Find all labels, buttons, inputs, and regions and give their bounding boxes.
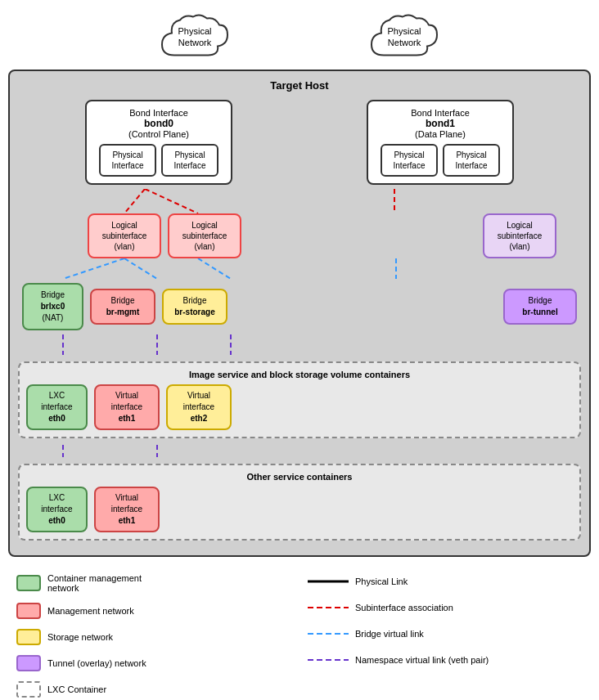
svg-line-3 xyxy=(63,258,124,279)
legend-tunnel-network: Tunnel (overlay) network xyxy=(16,655,291,671)
bonds-row: Bond Interface bond0 (Control Plane) Phy… xyxy=(18,100,581,185)
legend-color-purple xyxy=(16,655,41,671)
legend-label-subinterface: Subinterface association xyxy=(355,603,453,612)
legend-namespace-virtual: Namespace virtual link (veth pair) xyxy=(308,652,583,668)
iface-eth1-c1: Virtualinterfaceeth1 xyxy=(94,384,160,430)
logical-and-right-row: Logicalsubinterface(vlan) Logicalsubinte… xyxy=(18,213,581,258)
bridge-br-storage: Bridgebr-storage xyxy=(162,289,227,325)
bond0-phys2: PhysicalInterface xyxy=(161,144,218,177)
legend-physical-line xyxy=(308,573,349,590)
container2-interfaces: LXCinterfaceeth0 Virtualinterfaceeth1 xyxy=(26,487,573,532)
legend-label-storage: Storage network xyxy=(47,632,113,642)
legend-label-lxc: LXC Container xyxy=(47,684,106,694)
logical-vlan3: Logicalsubinterface(vlan) xyxy=(483,213,556,258)
bond1-subtitle: (Data Plane) xyxy=(376,129,504,139)
logical-right-group: Logicalsubinterface(vlan) xyxy=(483,213,556,258)
legend-color-red xyxy=(16,603,41,619)
svg-line-4 xyxy=(124,258,157,279)
bridge-br-mgmt: Bridgebr-mgmt xyxy=(90,289,155,325)
clouds-row: PhysicalNetwork PhysicalNetwork xyxy=(8,8,591,65)
container1-interfaces: LXCinterfaceeth0 Virtualinterfaceeth1 Vi… xyxy=(26,384,573,430)
bond1-phys2: PhysicalInterface xyxy=(443,144,500,177)
legend-color-green xyxy=(16,575,41,591)
legend-dashed-box xyxy=(16,681,41,698)
line-space-1 xyxy=(18,189,581,213)
bridge-to-container-lines xyxy=(18,334,581,355)
container2-label: Other service containers xyxy=(26,472,573,482)
bond-left: Bond Interface bond0 (Control Plane) Phy… xyxy=(85,100,232,185)
bond1-phys-row: PhysicalInterface PhysicalInterface xyxy=(376,144,504,177)
cloud-left: PhysicalNetwork xyxy=(154,8,236,65)
logical-vlan1: Logicalsubinterface(vlan) xyxy=(88,213,161,258)
legend-container-mgmt: Container managementnetwork xyxy=(16,573,291,593)
legend-bridge-virtual: Bridge virtual link xyxy=(308,626,583,642)
logical-left-group: Logicalsubinterface(vlan) Logicalsubinte… xyxy=(88,213,241,258)
legend-right: Physical Link Subinterface association B… xyxy=(308,573,583,698)
legend-label-mgmt: Management network xyxy=(47,606,134,616)
bond-right: Bond Interface bond1 (Data Plane) Physic… xyxy=(367,100,514,185)
iface-eth0-c2: LXCinterfaceeth0 xyxy=(26,487,88,532)
legend-label-bridge-virt: Bridge virtual link xyxy=(355,629,424,639)
line-space-2 xyxy=(18,258,581,279)
bond-to-logical-lines xyxy=(18,189,581,213)
bridges-row: Bridgebrlxc0(NAT) Bridgebr-mgmt Bridgebr… xyxy=(18,283,581,330)
legend-lxc-container: LXC Container xyxy=(16,681,291,698)
bond0-phys1: PhysicalInterface xyxy=(99,144,156,177)
line-space-3 xyxy=(18,334,581,355)
bridge-br-tunnel: Bridgebr-tunnel xyxy=(503,289,577,325)
svg-line-1 xyxy=(145,189,198,213)
legend-color-yellow xyxy=(16,629,41,645)
legend-subinterface-assoc: Subinterface association xyxy=(308,599,583,616)
target-host: Target Host Bond Interface bond0 (Contro… xyxy=(8,70,591,557)
bond0-title: Bond Interface xyxy=(95,108,223,118)
main-container: PhysicalNetwork PhysicalNetwork Target H… xyxy=(0,0,599,700)
cloud-left-text: PhysicalNetwork xyxy=(178,25,212,49)
legend-mgmt-network: Management network xyxy=(16,603,291,619)
container1-label: Image service and block storage volume c… xyxy=(26,370,573,379)
logical-vlan2: Logicalsubinterface(vlan) xyxy=(168,213,241,258)
legend-label-namespace: Namespace virtual link (veth pair) xyxy=(355,655,489,665)
iface-eth1-c2: Virtualinterfaceeth1 xyxy=(94,487,160,532)
cloud-right-text: PhysicalNetwork xyxy=(388,25,421,49)
legend-label-container-mgmt: Container managementnetwork xyxy=(47,573,142,593)
bond1-phys1: PhysicalInterface xyxy=(381,144,438,177)
legend-blue-dashed xyxy=(308,626,349,642)
legend-label-tunnel: Tunnel (overlay) network xyxy=(47,658,146,668)
other-service-container: Other service containers LXCinterfaceeth… xyxy=(18,464,581,541)
legend-purple-dashed xyxy=(308,652,349,668)
bond1-title: Bond Interface xyxy=(376,108,504,118)
cloud-right: PhysicalNetwork xyxy=(363,8,445,65)
bond0-subtitle: (Control Plane) xyxy=(95,129,223,139)
bond0-name: bond0 xyxy=(95,118,223,129)
svg-line-0 xyxy=(124,189,145,213)
between-containers-lines xyxy=(18,445,581,457)
line-space-4 xyxy=(18,445,581,457)
iface-eth0-c1: LXCinterfaceeth0 xyxy=(26,384,88,430)
svg-line-5 xyxy=(198,258,231,279)
bridge-brlxc0: Bridgebrlxc0(NAT) xyxy=(22,283,83,330)
legend-label-physical: Physical Link xyxy=(355,577,408,586)
legend-left: Container managementnetwork Management n… xyxy=(16,573,291,698)
image-storage-container: Image service and block storage volume c… xyxy=(18,361,581,438)
iface-eth2-c1: Virtualinterfaceeth2 xyxy=(166,384,232,430)
bond0-phys-row: PhysicalInterface PhysicalInterface xyxy=(95,144,223,177)
legend-storage-network: Storage network xyxy=(16,629,291,645)
logical-to-bridge-lines xyxy=(18,258,581,279)
target-host-label: Target Host xyxy=(18,79,581,92)
legend-physical-link: Physical Link xyxy=(308,573,583,590)
bond1-name: bond1 xyxy=(376,118,504,129)
legend: Container managementnetwork Management n… xyxy=(8,573,591,698)
legend-red-dashed xyxy=(308,599,349,616)
